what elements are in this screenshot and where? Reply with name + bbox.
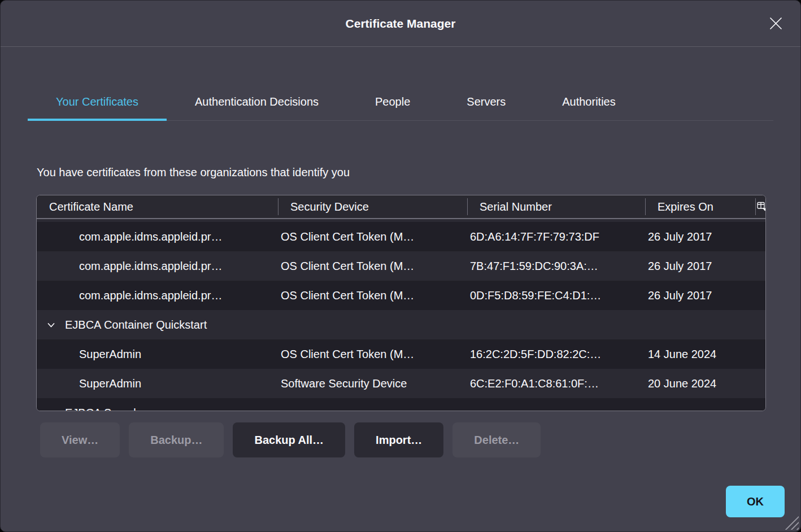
cell-certificate-name: com.apple.idms.appleid.pr… (37, 289, 278, 302)
dialog-title: Certificate Manager (346, 17, 456, 30)
tab-your-certificates[interactable]: Your Certificates (28, 83, 167, 120)
certificate-manager-dialog: Certificate Manager Your CertificatesAut… (0, 0, 801, 532)
resize-grip-icon[interactable] (783, 514, 799, 530)
backup-all-button[interactable]: Backup All… (233, 422, 345, 457)
tab-strip: Your CertificatesAuthentication Decision… (28, 83, 773, 121)
cell-expires-on: 26 July 2017 (645, 260, 755, 273)
certificate-row[interactable]: com.apple.idms.appleid.pr…OS Client Cert… (37, 222, 765, 251)
table-body[interactable]: com.apple.idms.appleid.pr…OS Client Cert… (37, 219, 765, 411)
cell-certificate-name: SuperAdmin (37, 377, 278, 390)
tab-servers[interactable]: Servers (438, 83, 534, 120)
tab-authentication-decisions[interactable]: Authentication Decisions (167, 83, 347, 120)
cell-serial-number: 6C:E2:F0:A1:C8:61:0F:… (467, 377, 645, 390)
cell-expires-on: 20 June 2024 (645, 377, 755, 390)
titlebar: Certificate Manager (1, 1, 800, 47)
cell-security-device: OS Client Cert Token (M… (278, 348, 467, 361)
close-icon (768, 16, 783, 31)
partial-row: EJBCA Sample (37, 398, 765, 411)
cell-certificate-name: SuperAdmin (37, 348, 278, 361)
group-label: EJBCA Sample (65, 407, 142, 411)
close-button[interactable] (764, 12, 787, 35)
cell-expires-on: 26 July 2017 (645, 289, 755, 302)
cell-security-device: Software Security Device (278, 377, 467, 390)
cell-security-device: OS Client Cert Token (M… (278, 289, 467, 302)
cell-serial-number: 7B:47:F1:59:DC:90:3A:… (467, 260, 645, 273)
group-label: EJBCA Container Quickstart (65, 319, 207, 332)
cell-serial-number: 6D:A6:14:7F:7F:79:73:DF (467, 230, 645, 243)
cell-certificate-name: com.apple.idms.appleid.pr… (37, 230, 278, 243)
chevron-down-icon (47, 409, 55, 411)
import-button[interactable]: Import… (354, 422, 443, 457)
intro-text: You have certificates from these organiz… (37, 166, 765, 179)
ok-button[interactable]: OK (726, 486, 785, 517)
main-content: You have certificates from these organiz… (1, 166, 800, 457)
table-header: Certificate NameSecurity DeviceSerial Nu… (37, 195, 765, 219)
cell-serial-number: 0D:F5:D8:59:FE:C4:D1:… (467, 289, 645, 302)
column-picker-icon (757, 202, 766, 212)
delete-button: Delete… (452, 422, 541, 457)
cell-expires-on: 26 July 2017 (645, 230, 755, 243)
certificate-row[interactable]: com.apple.idms.appleid.pr…OS Client Cert… (37, 251, 765, 281)
cell-security-device: OS Client Cert Token (M… (278, 260, 467, 273)
column-header-security-device[interactable]: Security Device (278, 195, 467, 218)
group-chevron[interactable] (47, 321, 55, 329)
certificate-row[interactable]: SuperAdminOS Client Cert Token (M…16:2C:… (37, 339, 765, 369)
column-picker-button[interactable] (755, 195, 766, 218)
column-header-certificate-name[interactable]: Certificate Name (37, 195, 278, 218)
certificate-row[interactable]: SuperAdminSoftware Security Device6C:E2:… (37, 369, 765, 398)
cell-serial-number: 16:2C:2D:5F:DD:82:2C:… (467, 348, 645, 361)
certificate-row[interactable]: com.apple.idms.appleid.pr…OS Client Cert… (37, 281, 765, 310)
group-row-ejbca-sample[interactable]: EJBCA Sample (37, 398, 765, 411)
column-header-serial-number[interactable]: Serial Number (467, 195, 645, 218)
action-buttons: View…Backup…Backup All…Import…Delete… (40, 422, 765, 457)
cell-certificate-name: com.apple.idms.appleid.pr… (37, 260, 278, 273)
column-header-expires-on[interactable]: Expires On (645, 195, 755, 218)
certificates-table: Certificate NameSecurity DeviceSerial Nu… (36, 195, 766, 411)
chevron-down-icon (47, 321, 55, 329)
tab-authorities[interactable]: Authorities (534, 83, 644, 120)
group-row-ejbca-container-quickstart[interactable]: EJBCA Container Quickstart (37, 310, 765, 339)
cell-expires-on: 14 June 2024 (645, 348, 755, 361)
tab-people[interactable]: People (347, 83, 438, 120)
backup-button: Backup… (129, 422, 224, 457)
cell-security-device: OS Client Cert Token (M… (278, 230, 467, 243)
group-chevron[interactable] (47, 409, 55, 411)
view-button: View… (40, 422, 120, 457)
